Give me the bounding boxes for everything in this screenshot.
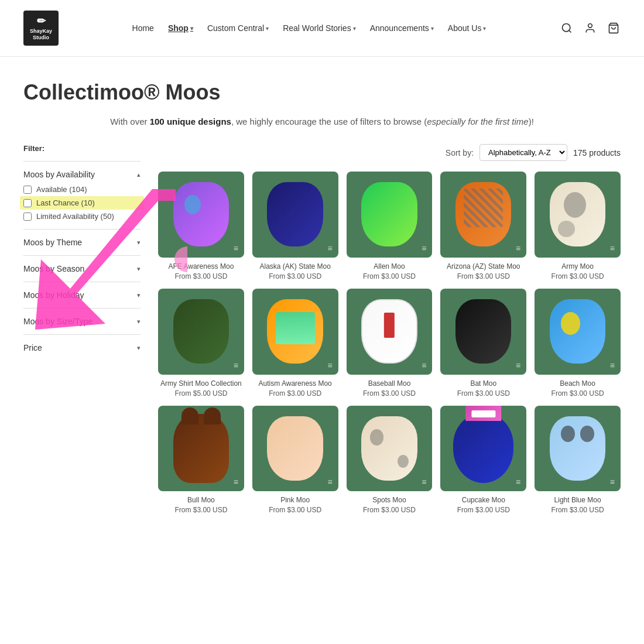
product-card[interactable]: Alaska (AK) State Moo From $3.00 USD — [252, 172, 338, 280]
product-image — [535, 289, 621, 375]
product-price: From $3.00 USD — [158, 272, 244, 280]
logo-pencils-icon: ✏ — [37, 15, 46, 28]
product-card[interactable]: Light Blue Moo From $3.00 USD — [535, 406, 621, 515]
season-label: Moos by Season — [23, 264, 84, 273]
nav-home[interactable]: Home — [126, 20, 160, 36]
price-label: Price — [23, 343, 42, 352]
season-header[interactable]: Moos by Season ▾ — [23, 264, 141, 273]
product-card[interactable]: AFE Awareness Moo From $3.00 USD — [158, 172, 244, 280]
product-card[interactable]: Bull Moo From $3.00 USD — [158, 406, 244, 515]
product-name: Arizona (AZ) State Moo — [440, 262, 526, 270]
product-price: From $3.00 USD — [535, 389, 621, 398]
product-card[interactable]: Beach Moo From $3.00 USD — [535, 289, 621, 398]
product-price: From $3.00 USD — [535, 506, 621, 514]
moo-figure — [455, 299, 511, 364]
header-icons — [560, 21, 621, 35]
product-image — [252, 289, 338, 375]
product-card[interactable]: Baseball Moo From $3.00 USD — [347, 289, 433, 398]
availability-header[interactable]: Moos by Availability ▴ — [23, 170, 141, 179]
page-subtitle: With over 100 unique designs, we highly … — [23, 117, 621, 126]
chevron-down-icon: ▾ — [266, 25, 269, 32]
product-image — [440, 406, 526, 492]
cart-icon[interactable] — [607, 21, 621, 35]
chevron-down-icon: ▾ — [137, 292, 141, 299]
theme-label: Moos by Theme — [23, 238, 82, 247]
logo[interactable]: ✏ ShayKay Studio — [23, 11, 59, 46]
product-price: From $3.00 USD — [440, 272, 526, 280]
user-icon[interactable] — [583, 21, 597, 35]
nav-shop[interactable]: Shop ▾ — [162, 20, 199, 36]
filter-limited[interactable]: Limited Availability (50) — [23, 212, 141, 221]
theme-header[interactable]: Moos by Theme ▾ — [23, 238, 141, 247]
filter-section-season: Moos by Season ▾ — [23, 255, 141, 282]
chevron-down-icon: ▾ — [190, 25, 193, 32]
available-checkbox[interactable] — [23, 186, 32, 194]
filter-section-holiday: Moos by Holiday ▾ — [23, 282, 141, 308]
product-card[interactable]: Allen Moo From $3.00 USD — [347, 172, 433, 280]
availability-label: Moos by Availability — [23, 170, 95, 179]
moo-figure — [361, 416, 417, 481]
price-header[interactable]: Price ▾ — [23, 343, 141, 352]
availability-options: Available (104) Last Chance (10) Limited… — [23, 185, 141, 221]
chevron-up-icon: ▴ — [137, 171, 141, 179]
limited-checkbox[interactable] — [23, 213, 32, 221]
content-area: Filter: Moos by Availability ▴ Available… — [23, 144, 621, 514]
product-name: Autism Awareness Moo — [252, 379, 338, 388]
nav-real-world-stories[interactable]: Real World Stories ▾ — [277, 20, 361, 36]
logo-image: ✏ ShayKay Studio — [23, 11, 59, 46]
product-grid: AFE Awareness Moo From $3.00 USD Alaska … — [158, 172, 621, 514]
product-card[interactable]: Arizona (AZ) State Moo From $3.00 USD — [440, 172, 526, 280]
product-card[interactable]: Pink Moo From $3.00 USD — [252, 406, 338, 515]
available-label: Available (104) — [36, 185, 87, 194]
product-image — [158, 406, 244, 492]
moo-figure — [455, 182, 511, 246]
holiday-header[interactable]: Moos by Holiday ▾ — [23, 290, 141, 300]
filter-label: Filter: — [23, 144, 141, 153]
product-price: From $3.00 USD — [347, 272, 433, 280]
product-card[interactable]: Army Shirt Moo Collection From $5.00 USD — [158, 289, 244, 398]
sort-select[interactable]: Alphabetically, A-Z Alphabetically, Z-A … — [479, 144, 567, 161]
main-nav: Home Shop ▾ Custom Central ▾ Real World … — [126, 20, 492, 36]
product-card[interactable]: Bat Moo From $3.00 USD — [440, 289, 526, 398]
main-content: Collectimoo® Moos With over 100 unique d… — [0, 57, 644, 514]
nav-announcements[interactable]: Announcements ▾ — [364, 20, 440, 36]
product-price: From $3.00 USD — [158, 506, 244, 514]
product-price: From $5.00 USD — [158, 389, 244, 398]
last-chance-checkbox[interactable] — [23, 199, 32, 207]
chevron-down-icon: ▾ — [137, 265, 141, 273]
product-image — [347, 172, 433, 258]
nav-custom-central[interactable]: Custom Central ▾ — [201, 20, 275, 36]
nav-about-us[interactable]: About Us ▾ — [442, 20, 492, 36]
product-card[interactable]: Cupcake Moo From $3.00 USD — [440, 406, 526, 515]
product-name: Beach Moo — [535, 379, 621, 388]
svg-line-1 — [569, 30, 571, 33]
product-name: Baseball Moo — [347, 379, 433, 388]
product-image — [347, 406, 433, 492]
product-image — [440, 172, 526, 258]
subtitle-bold: 100 unique designs — [150, 117, 231, 126]
moo-figure — [267, 416, 323, 481]
moo-figure — [550, 182, 605, 246]
sizetype-header[interactable]: Moos by Size/Type ▾ — [23, 317, 141, 326]
filter-last-chance[interactable]: Last Chance (10) — [20, 196, 144, 210]
product-price: From $3.00 USD — [252, 506, 338, 514]
product-name: Bat Moo — [440, 379, 526, 388]
product-card[interactable]: Autism Awareness Moo From $3.00 USD — [252, 289, 338, 398]
product-name: Light Blue Moo — [535, 496, 621, 504]
product-image — [347, 289, 433, 375]
sidebar: Filter: Moos by Availability ▴ Available… — [23, 144, 141, 514]
product-name: Bull Moo — [158, 496, 244, 504]
product-name: Alaska (AK) State Moo — [252, 262, 338, 270]
moo-figure — [550, 416, 605, 481]
moo-figure — [267, 299, 323, 364]
product-image — [535, 406, 621, 492]
filter-available[interactable]: Available (104) — [23, 185, 141, 194]
chevron-down-icon: ▾ — [353, 25, 356, 32]
moo-figure — [361, 182, 417, 246]
product-card[interactable]: Spots Moo From $3.00 USD — [347, 406, 433, 515]
product-image — [158, 289, 244, 375]
product-price: From $3.00 USD — [440, 389, 526, 398]
search-icon[interactable] — [560, 21, 574, 35]
chevron-down-icon: ▾ — [137, 318, 141, 326]
product-card[interactable]: Army Moo From $3.00 USD — [535, 172, 621, 280]
